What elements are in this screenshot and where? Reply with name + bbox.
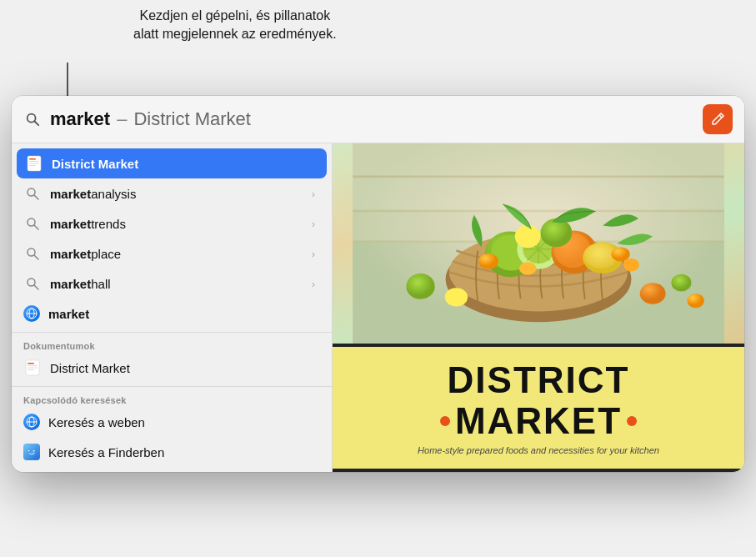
documents-section-label: Dokumentumok xyxy=(12,336,332,353)
svg-point-32 xyxy=(34,451,35,452)
search-result-icon xyxy=(23,184,42,203)
svg-point-50 xyxy=(478,253,498,269)
result-market-globe[interactable]: market xyxy=(12,299,332,329)
svg-point-51 xyxy=(519,262,537,274)
result-marketplace[interactable]: marketplace › xyxy=(12,238,332,268)
result-market-text: market xyxy=(48,307,320,321)
svg-rect-19 xyxy=(28,363,34,364)
svg-point-54 xyxy=(541,218,573,247)
related-section-label: Kapcsolódó keresések xyxy=(12,390,332,407)
chevron-icon: › xyxy=(307,247,320,260)
search-result-icon xyxy=(23,244,42,263)
svg-point-60 xyxy=(687,294,704,308)
search-result-icon xyxy=(23,274,42,293)
result-marketplace-text: marketplace xyxy=(50,247,298,261)
search-query-separator: – xyxy=(117,108,127,130)
svg-rect-4 xyxy=(29,161,39,162)
right-panel-preview: DISTRICT MARKET Home-style prepared food… xyxy=(333,143,744,472)
doc-district-market[interactable]: District Market xyxy=(12,353,332,383)
svg-point-53 xyxy=(623,258,639,271)
svg-rect-34 xyxy=(353,143,724,176)
svg-point-56 xyxy=(406,273,434,299)
divider-2 xyxy=(12,386,332,387)
svg-line-12 xyxy=(34,255,38,259)
search-result-icon xyxy=(23,214,42,233)
result-district-market[interactable]: District Market xyxy=(17,148,327,178)
doc-district-market-text: District Market xyxy=(50,361,320,375)
svg-point-31 xyxy=(29,451,30,452)
result-market-trends-text: market trends xyxy=(50,217,298,231)
svg-rect-22 xyxy=(28,369,34,370)
preview-title-district: DISTRICT xyxy=(349,362,728,399)
chevron-icon: › xyxy=(307,217,320,230)
svg-rect-37 xyxy=(353,210,724,213)
chevron-icon: › xyxy=(307,187,320,200)
svg-rect-20 xyxy=(28,365,38,366)
globe-icon xyxy=(23,305,40,322)
chevron-icon: › xyxy=(307,277,320,290)
pages-icon xyxy=(25,154,43,173)
search-bar: market – District Market xyxy=(12,96,744,143)
result-market-analysis-text: market analysis xyxy=(50,187,298,201)
preview-photo xyxy=(333,143,744,344)
finder-icon xyxy=(23,444,40,460)
search-web[interactable]: Keresés a weben xyxy=(12,407,332,437)
svg-point-28 xyxy=(32,449,36,454)
dot-right xyxy=(627,416,637,426)
svg-point-52 xyxy=(611,247,629,261)
preview-title-market: MARKET xyxy=(455,400,622,442)
search-query-bold: market xyxy=(50,108,110,130)
spotlight-panel: market – District Market xyxy=(12,96,744,472)
preview-card: DISTRICT MARKET Home-style prepared food… xyxy=(333,344,744,472)
callout-text: Kezdjen el gépelni, és pillanatok alatt … xyxy=(133,7,337,44)
preview-title-market-row: MARKET xyxy=(349,400,728,442)
svg-line-8 xyxy=(34,195,38,199)
svg-point-58 xyxy=(640,283,666,304)
left-panel: District Market market analysis › xyxy=(12,143,333,472)
result-market-analysis[interactable]: market analysis › xyxy=(12,178,332,208)
svg-rect-6 xyxy=(29,165,36,166)
result-market-hall[interactable]: market hall › xyxy=(12,268,332,299)
svg-point-59 xyxy=(671,274,691,292)
svg-rect-35 xyxy=(353,176,724,178)
svg-line-14 xyxy=(34,285,38,289)
svg-point-57 xyxy=(445,288,468,306)
result-market-trends[interactable]: market trends › xyxy=(12,208,332,238)
result-market-hall-text: market hall xyxy=(50,277,298,291)
svg-rect-36 xyxy=(353,178,724,210)
divider-1 xyxy=(12,332,332,333)
search-icon xyxy=(23,110,42,128)
search-query-subtitle: District Market xyxy=(133,108,251,130)
preview-image: DISTRICT MARKET Home-style prepared food… xyxy=(333,143,744,472)
pages-doc-icon xyxy=(23,359,42,377)
svg-rect-3 xyxy=(29,158,36,160)
edit-button[interactable] xyxy=(703,104,733,134)
results-body: District Market market analysis › xyxy=(12,143,744,472)
search-finder-text: Keresés a Finderben xyxy=(48,445,320,459)
svg-line-10 xyxy=(34,225,38,229)
search-query[interactable]: market – District Market xyxy=(50,108,694,130)
svg-rect-5 xyxy=(29,163,39,164)
search-web-text: Keresés a weben xyxy=(48,415,320,429)
svg-line-1 xyxy=(34,121,38,125)
svg-point-55 xyxy=(515,225,541,248)
callout-pointer-line xyxy=(67,63,68,100)
result-district-market-text: District Market xyxy=(52,157,318,171)
preview-subtitle: Home-style prepared foods and necessitie… xyxy=(349,445,728,455)
dot-left xyxy=(440,416,450,426)
svg-rect-21 xyxy=(28,368,38,369)
globe-icon-web xyxy=(23,414,40,430)
search-finder[interactable]: Keresés a Finderben xyxy=(12,437,332,467)
